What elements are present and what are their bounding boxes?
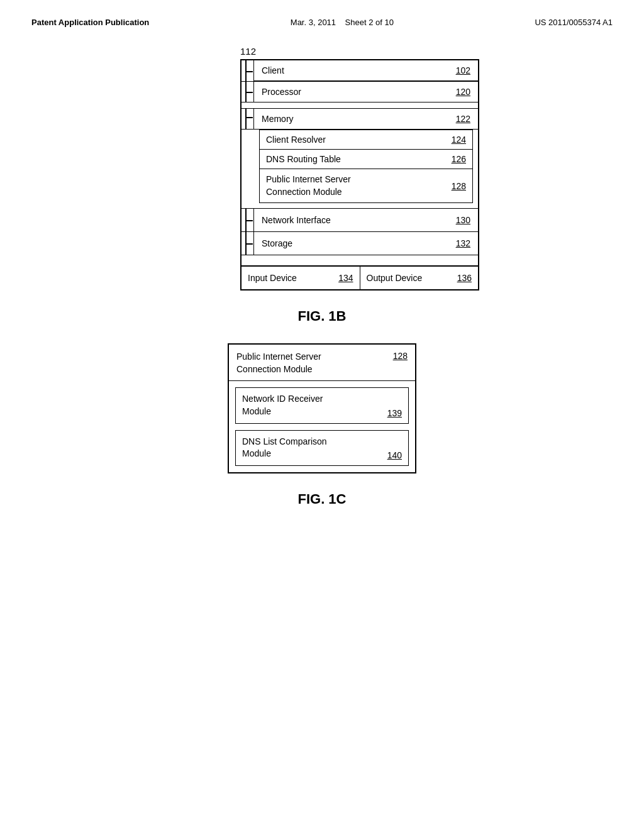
output-device-num: 136 bbox=[457, 273, 472, 283]
memory-inner-box: Client Resolver 124 DNS Routing Table 12… bbox=[259, 130, 473, 203]
piscm-1c-header: Public Internet Server Connection Module… bbox=[229, 345, 415, 381]
memory-subbox: Client Resolver 124 DNS Routing Table 12… bbox=[259, 130, 473, 203]
network-interface-section: Network Interface 130 bbox=[242, 209, 478, 232]
processor-label: Processor bbox=[262, 87, 445, 97]
dns-list-box: DNS List Comparison Module 140 bbox=[235, 430, 409, 466]
fig1c-label: FIG. 1C bbox=[297, 491, 346, 507]
storage-label: Storage bbox=[262, 238, 445, 248]
header-date: Mar. 3, 2011 Sheet 2 of 10 bbox=[291, 18, 394, 27]
header-patent-num: US 2011/0055374 A1 bbox=[535, 18, 613, 27]
bracket-left-3 bbox=[242, 109, 254, 129]
memory-row: Memory 122 bbox=[254, 109, 478, 129]
client-resolver-num: 124 bbox=[452, 135, 466, 145]
input-device-num: 134 bbox=[338, 273, 353, 283]
bracket-left bbox=[242, 60, 254, 81]
dns-routing-row: DNS Routing Table 126 bbox=[260, 150, 472, 169]
piscm-num: 128 bbox=[452, 181, 466, 191]
processor-row: Processor 120 bbox=[254, 82, 478, 102]
page-header: Patent Application Publication Mar. 3, 2… bbox=[0, 0, 644, 33]
client-resolver-label: Client Resolver bbox=[266, 135, 326, 145]
io-row: Input Device 134 Output Device 136 bbox=[240, 267, 479, 290]
network-interface-row: Network Interface 130 bbox=[254, 209, 478, 231]
piscm-inner-area: Network ID Receiver Module 139 DNS List … bbox=[229, 381, 415, 472]
client-resolver-row: Client Resolver 124 bbox=[260, 130, 472, 150]
fig1b-label: FIG. 1B bbox=[297, 308, 346, 324]
fig1b-diagram: 112 Client 102 bbox=[171, 46, 473, 290]
network-id-box: Network ID Receiver Module 139 bbox=[235, 387, 409, 423]
piscm-outer-box: Public Internet Server Connection Module… bbox=[228, 343, 416, 473]
bracket-left-2 bbox=[242, 82, 254, 102]
output-device-label: Output Device bbox=[367, 273, 423, 283]
storage-row: Storage 132 bbox=[254, 232, 478, 255]
memory-section: Memory 122 Client Resolver 124 bbox=[242, 109, 478, 209]
processor-num: 120 bbox=[445, 87, 470, 97]
input-device-label: Input Device bbox=[248, 273, 297, 283]
output-device-cell: Output Device 136 bbox=[360, 267, 479, 289]
dns-list-label: DNS List Comparison Module bbox=[242, 436, 327, 460]
network-id-num: 139 bbox=[383, 408, 402, 418]
gap-row-1 bbox=[242, 102, 478, 109]
label-112: 112 bbox=[240, 46, 473, 57]
client-box: Client 102 Processor 120 bbox=[240, 59, 479, 267]
piscm-label: Public Internet Server Connection Module bbox=[266, 174, 351, 198]
client-label: Client bbox=[262, 65, 445, 75]
network-id-label: Network ID Receiver Module bbox=[242, 393, 323, 418]
storage-section: Storage 132 bbox=[242, 232, 478, 255]
client-num: 102 bbox=[445, 65, 470, 75]
dns-routing-label: DNS Routing Table bbox=[266, 154, 341, 164]
dns-list-num: 140 bbox=[383, 450, 402, 460]
input-device-cell: Input Device 134 bbox=[242, 267, 360, 289]
memory-label: Memory bbox=[262, 114, 445, 124]
gap-row-bottom bbox=[242, 255, 478, 265]
dns-routing-num: 126 bbox=[452, 154, 466, 164]
piscm-1c-num: 128 bbox=[393, 351, 408, 361]
piscm-1c-label: Public Internet Server Connection Module bbox=[236, 351, 321, 375]
network-interface-num: 130 bbox=[445, 215, 470, 225]
bracket-left-5 bbox=[242, 232, 254, 255]
client-row: Client 102 bbox=[254, 60, 478, 81]
bracket-left-4 bbox=[242, 209, 254, 231]
piscm-row: Public Internet Server Connection Module… bbox=[260, 169, 472, 202]
fig1c-diagram: Public Internet Server Connection Module… bbox=[228, 343, 416, 473]
header-publication: Patent Application Publication bbox=[31, 18, 149, 27]
memory-num: 122 bbox=[445, 114, 470, 124]
network-interface-label: Network Interface bbox=[262, 215, 445, 225]
storage-num: 132 bbox=[445, 238, 470, 248]
main-content: 112 Client 102 bbox=[0, 33, 644, 526]
